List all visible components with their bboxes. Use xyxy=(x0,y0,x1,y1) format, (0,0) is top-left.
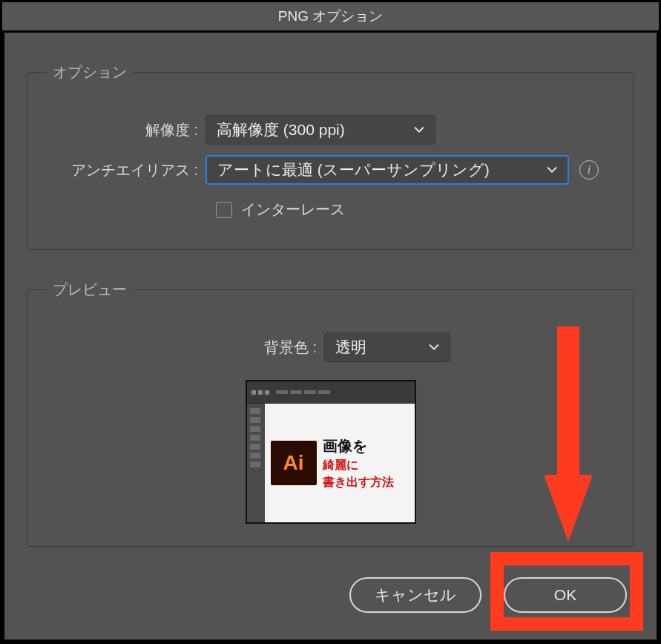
thumb-menubar xyxy=(247,381,415,404)
menu-bar-icon xyxy=(318,390,330,394)
info-icon[interactable]: i xyxy=(579,160,599,180)
ai-badge-text: Ai xyxy=(283,451,304,475)
interlace-checkbox[interactable] xyxy=(216,202,232,218)
thumb-text: 画像を 綺麗に 書き出す方法 xyxy=(323,436,409,490)
cancel-button[interactable]: キャンセル xyxy=(349,577,481,613)
thumb-line1: 画像を xyxy=(323,436,367,456)
preview-legend: プレビュー xyxy=(47,280,133,300)
tool-icon xyxy=(250,417,260,423)
menu-bar-icon xyxy=(290,390,302,394)
antialias-select[interactable]: アートに最適 (スーパーサンプリング) xyxy=(205,155,569,185)
tool-icon xyxy=(250,444,260,450)
menu-bar-icon xyxy=(304,390,316,394)
window-dot-icon xyxy=(265,390,269,395)
bgcolor-value: 透明 xyxy=(335,337,366,358)
svg-marker-1 xyxy=(544,475,593,542)
chevron-down-icon xyxy=(429,342,439,353)
dialog-title: PNG オプション xyxy=(278,7,383,26)
thumb-toolbar xyxy=(247,404,265,522)
thumb-menu-icons xyxy=(276,390,330,394)
ai-app-icon: Ai xyxy=(271,441,317,485)
dialog-body: オプション 解像度 : 高解像度 (300 ppi) アンチエイリアス : アー… xyxy=(4,33,657,640)
antialias-row: アンチエイリアス : アートに最適 (スーパーサンプリング) i xyxy=(42,155,619,185)
resolution-select[interactable]: 高解像度 (300 ppi) xyxy=(205,115,435,145)
tool-icon xyxy=(250,435,260,441)
bgcolor-label: 背景色 : xyxy=(42,338,324,358)
preview-thumbnail-wrap: Ai 画像を 綺麗に 書き出す方法 xyxy=(42,380,619,524)
antialias-value: アートに最適 (スーパーサンプリング) xyxy=(217,160,490,180)
thumb-line3: 書き出す方法 xyxy=(323,475,394,490)
chevron-down-icon xyxy=(547,165,557,176)
resolution-value: 高解像度 (300 ppi) xyxy=(217,119,345,140)
window-dot-icon xyxy=(251,390,256,395)
options-legend: オプション xyxy=(47,62,133,82)
tool-icon xyxy=(250,461,260,467)
dialog-window: PNG オプション オプション 解像度 : 高解像度 (300 ppi) アンチ… xyxy=(0,0,661,644)
bgcolor-select[interactable]: 透明 xyxy=(324,332,450,362)
window-dot-icon xyxy=(258,390,263,395)
chevron-down-icon xyxy=(414,125,424,136)
thumb-canvas: Ai 画像を 綺麗に 書き出す方法 xyxy=(265,404,415,522)
thumb-line2: 綺麗に xyxy=(323,458,358,473)
cancel-button-label: キャンセル xyxy=(375,585,456,605)
interlace-row: インターレース xyxy=(216,200,619,220)
thumb-body: Ai 画像を 綺麗に 書き出す方法 xyxy=(247,404,415,522)
annotation-highlight-box xyxy=(490,552,643,631)
interlace-label: インターレース xyxy=(241,200,345,220)
bgcolor-row: 背景色 : 透明 xyxy=(42,332,619,362)
tool-icon xyxy=(250,408,260,414)
preview-thumbnail: Ai 画像を 綺麗に 書き出す方法 xyxy=(246,380,416,524)
tool-icon xyxy=(250,453,260,459)
tool-icon xyxy=(250,426,260,432)
menu-bar-icon xyxy=(276,390,288,394)
annotation-arrow-icon xyxy=(544,326,593,549)
antialias-label: アンチエイリアス : xyxy=(42,160,205,180)
resolution-label: 解像度 : xyxy=(42,120,205,140)
resolution-row: 解像度 : 高解像度 (300 ppi) xyxy=(42,115,619,145)
options-group: オプション 解像度 : 高解像度 (300 ppi) アンチエイリアス : アー… xyxy=(27,62,634,250)
svg-rect-0 xyxy=(557,326,579,482)
dialog-titlebar: PNG オプション xyxy=(2,2,659,30)
